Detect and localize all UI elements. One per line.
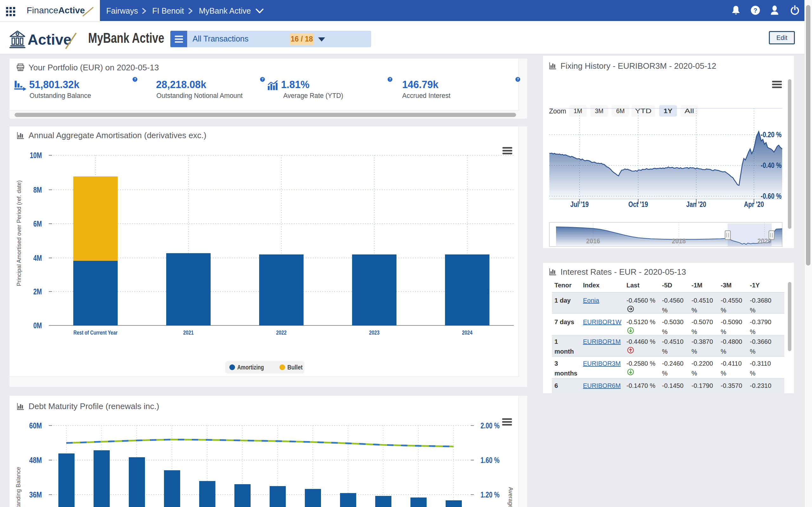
svg-text:Principal Amortised over Perio: Principal Amortised over Period (ref. da…: [16, 180, 22, 286]
svg-text:?: ?: [754, 7, 757, 14]
svg-text:Jul '19: Jul '19: [570, 200, 589, 209]
svg-text:Amortizing: Amortizing: [237, 364, 264, 371]
svg-text:2016: 2016: [586, 237, 600, 245]
svg-text:Apr '20: Apr '20: [744, 200, 764, 209]
svg-text:Rest of Current Year: Rest of Current Year: [73, 330, 118, 336]
svg-text:2024: 2024: [462, 330, 473, 336]
svg-text:36M: 36M: [29, 490, 42, 499]
svg-text:0M: 0M: [33, 321, 42, 330]
svg-text:2020: 2020: [757, 237, 771, 245]
svg-text:1.60 %: 1.60 %: [480, 455, 500, 465]
svg-text:Jan '20: Jan '20: [687, 200, 706, 209]
svg-text:-0.40 %: -0.40 %: [761, 161, 781, 170]
svg-text:-0.20 %: -0.20 %: [761, 130, 781, 139]
svg-text:Oct '19: Oct '19: [628, 200, 648, 209]
svg-text:60M: 60M: [29, 421, 42, 430]
svg-text:2023: 2023: [369, 330, 380, 336]
svg-text:1.20 %: 1.20 %: [480, 490, 500, 499]
svg-text:Bullet: Bullet: [287, 364, 303, 371]
svg-text:8M: 8M: [33, 185, 42, 194]
svg-text:2M: 2M: [33, 287, 42, 296]
svg-text:48M: 48M: [29, 455, 42, 465]
svg-text:2022: 2022: [276, 330, 287, 336]
svg-text:10M: 10M: [30, 151, 42, 160]
svg-text:Average Rate: Average Rate: [507, 487, 514, 507]
svg-text:4M: 4M: [33, 253, 42, 263]
svg-text:Outstanding Balance: Outstanding Balance: [15, 467, 21, 507]
svg-text:6M: 6M: [33, 219, 42, 228]
svg-text:2.00 %: 2.00 %: [480, 421, 500, 430]
svg-text:-0.60 %: -0.60 %: [761, 192, 781, 200]
svg-text:2021: 2021: [183, 330, 194, 336]
svg-text:2018: 2018: [672, 237, 686, 245]
